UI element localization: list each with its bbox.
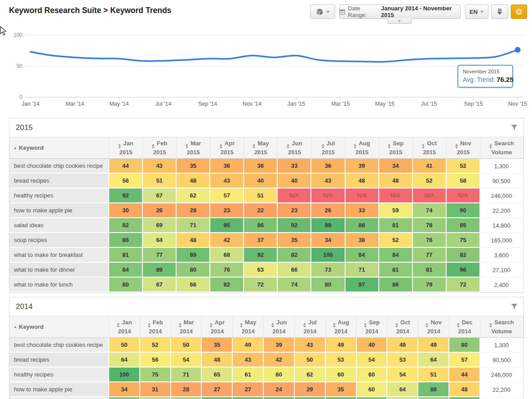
column-header-sep-2014[interactable]: Sep2014: [357, 316, 388, 338]
module-selector-button[interactable]: [310, 4, 335, 19]
language-value: EN: [470, 9, 478, 15]
trend-cell: 50: [295, 353, 326, 368]
trend-cell: 48: [177, 174, 210, 188]
trend-cell: 74: [278, 278, 311, 292]
trend-cell: 44: [449, 368, 480, 382]
trend-cell: 23: [278, 203, 311, 218]
trend-cell: 28: [177, 203, 210, 218]
svg-text:Sep '15: Sep '15: [464, 101, 483, 107]
keyword-cell: bread recipes: [9, 174, 109, 188]
sort-icon: [395, 323, 398, 327]
trend-cell: 85: [447, 218, 480, 233]
column-header-nov-2015[interactable]: Nov2015: [447, 137, 480, 159]
trend-cell: [233, 397, 264, 399]
trend-cell: [202, 397, 233, 399]
trend-cell: 60: [326, 368, 357, 382]
svg-text:May '14: May '14: [109, 101, 129, 107]
trend-chart[interactable]: 050100Jan '14Mar '14May '14Jul '14Sep '1…: [0, 26, 532, 109]
trend-cell: [109, 397, 140, 399]
filter-icon[interactable]: [510, 303, 518, 310]
trend-cell: 36: [311, 159, 345, 174]
trend-cell: 64: [418, 353, 449, 368]
svg-text:Sep '14: Sep '14: [198, 101, 217, 107]
keyword-cell: what to make for lunch: [9, 278, 109, 292]
trend-chart-canvas: 050100Jan '14Mar '14May '14Jul '14Sep '1…: [0, 26, 532, 109]
language-selector-button[interactable]: EN: [465, 4, 488, 19]
column-header-sep-2015[interactable]: Sep2015: [379, 137, 413, 159]
column-header-feb-2015[interactable]: Feb2015: [143, 137, 177, 159]
trend-cell: 74: [413, 203, 447, 218]
tooltip-series-label: Avg. Trend:: [463, 76, 495, 83]
sort-icon: [179, 323, 182, 327]
trend-cell: 44: [109, 159, 143, 174]
download-button[interactable]: [491, 4, 508, 19]
table-row: healthy recipes1007571656160626060545144…: [9, 368, 523, 382]
column-header-dec-2014[interactable]: Dec2014: [449, 316, 480, 338]
trend-cell: 51: [143, 174, 177, 188]
trend-cell: 23: [210, 203, 244, 218]
trend-cell: 52: [379, 233, 413, 248]
column-header-jul-2015[interactable]: Jul2015: [311, 137, 345, 159]
trend-cell: 54: [171, 353, 202, 368]
trend-cell: 82: [109, 218, 143, 233]
column-header-search-volume[interactable]: SearchVolume: [480, 316, 523, 338]
sort-icon: [426, 323, 428, 327]
tooltip-date: November 2015: [463, 69, 508, 74]
column-header-jun-2015[interactable]: Jun2015: [278, 137, 311, 159]
svg-text:Mar '14: Mar '14: [66, 101, 84, 107]
column-header-keyword[interactable]: Keyword: [9, 316, 109, 338]
trend-cell: 100: [311, 248, 345, 263]
sort-icon: [364, 323, 367, 327]
filter-icon[interactable]: [510, 124, 518, 131]
column-header-mar-2015[interactable]: Mar2015: [177, 137, 210, 159]
column-header-jun-2014[interactable]: Jun2014: [264, 316, 295, 338]
trend-cell: 64: [387, 382, 418, 397]
trend-cell: [264, 397, 295, 399]
trend-cell: 43: [295, 338, 326, 353]
date-range-button[interactable]: Date Range: January 2014 - November 2015: [339, 4, 461, 19]
trend-cell: 61: [233, 368, 264, 382]
mouse-cursor-icon: [0, 26, 7, 36]
column-header-mar-2014[interactable]: Mar2014: [171, 316, 202, 338]
column-header-may-2014[interactable]: May2014: [233, 316, 264, 338]
column-header-jul-2014[interactable]: Jul2014: [295, 316, 326, 338]
trend-cell: 82: [278, 248, 311, 263]
trend-cell: 97: [346, 278, 379, 292]
table-row-partial: [9, 397, 523, 399]
trend-cell: 33: [278, 159, 311, 174]
column-header-jan-2015[interactable]: Jan2015: [109, 137, 143, 159]
trend-cell: 72: [244, 278, 278, 292]
trend-cell: 42: [264, 353, 295, 368]
trend-cell: 81: [379, 263, 413, 278]
trend-cell: 79: [413, 278, 447, 292]
trend-cell: 82: [210, 278, 244, 292]
column-header-oct-2014[interactable]: Oct2014: [387, 316, 418, 338]
trend-cell: 52: [447, 159, 480, 174]
trend-cell: 35: [326, 382, 357, 397]
column-header-apr-2015[interactable]: Apr2015: [210, 137, 244, 159]
settings-button[interactable]: ⚙: [511, 4, 527, 19]
column-header-aug-2014[interactable]: Aug2014: [326, 316, 357, 338]
trend-cell: 40: [278, 174, 311, 188]
trend-cell: [295, 397, 326, 399]
trend-cell: N/A: [379, 188, 413, 203]
column-header-keyword[interactable]: Keyword: [9, 137, 109, 159]
svg-text:0: 0: [19, 94, 22, 100]
trend-cell: 81: [413, 263, 447, 278]
sort-icon: [322, 144, 324, 148]
date-range-expand-tab[interactable]: [387, 18, 412, 24]
sort-icon: [117, 323, 120, 327]
trend-cell: 49: [418, 338, 449, 353]
column-header-search-volume[interactable]: SearchVolume: [480, 137, 523, 159]
column-header-apr-2014[interactable]: Apr2014: [202, 316, 233, 338]
column-header-aug-2015[interactable]: Aug2015: [346, 137, 379, 159]
column-header-feb-2014[interactable]: Feb2014: [140, 316, 171, 338]
trend-cell: 81: [379, 218, 413, 233]
column-header-oct-2015[interactable]: Oct2015: [413, 137, 447, 159]
trend-cell: 30: [109, 203, 143, 218]
column-header-nov-2014[interactable]: Nov2014: [418, 316, 449, 338]
trend-cell: 50: [171, 338, 202, 353]
column-header-jan-2014[interactable]: Jan2014: [109, 316, 140, 338]
column-header-may-2015[interactable]: May2015: [244, 137, 278, 159]
sort-icon: [457, 323, 460, 327]
